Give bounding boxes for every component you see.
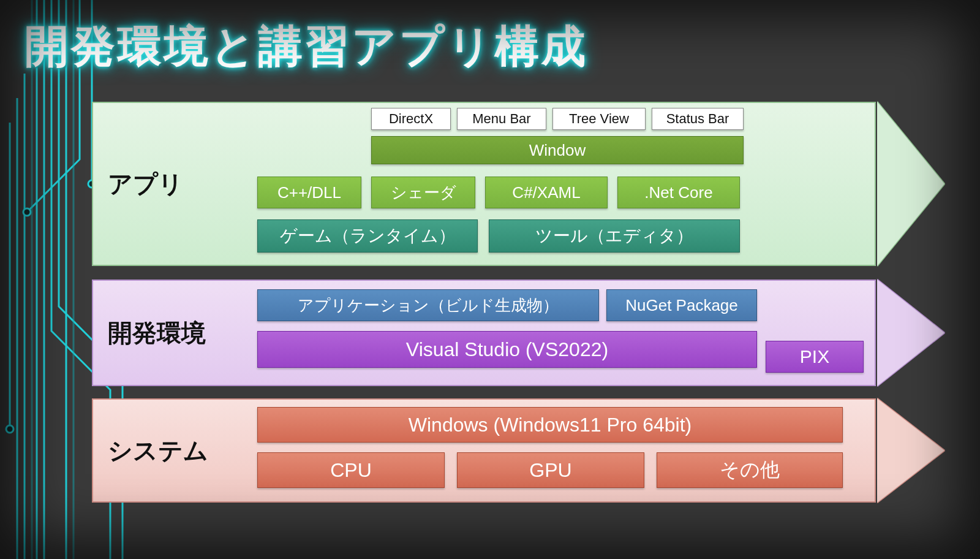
band-app-label: アプリ [108,167,183,201]
app-bottom-tool: ツール（エディタ） [489,219,740,253]
svg-point-0 [23,208,31,216]
sys-hw-other: その他 [657,452,843,488]
dev-top-appbuild: アプリケーション（ビルド生成物） [257,289,599,321]
band-app: アプリ DirectX Menu Bar Tree View Status Ba… [92,102,943,266]
band-dev: 開発環境 アプリケーション（ビルド生成物） NuGet Package Visu… [92,280,943,386]
app-mid-shader: シェーダ [371,177,475,208]
app-tab-menubar: Menu Bar [457,108,546,130]
band-sys: システム Windows (Windows11 Pro 64bit) CPU G… [92,398,943,503]
dev-vs: Visual Studio (VS2022) [257,331,757,368]
app-bottom-game: ゲーム（ランタイム） [257,219,478,253]
band-sys-label: システム [108,434,208,468]
dev-pix: PIX [766,341,864,373]
app-mid-cppdll: C++/DLL [257,177,361,208]
sys-hw-cpu: CPU [257,452,445,488]
sys-hw-gpu: GPU [457,452,644,488]
app-tab-statusbar: Status Bar [652,108,744,130]
band-dev-label: 開発環境 [108,316,206,350]
app-tab-directx: DirectX [371,108,451,130]
app-tab-treeview: Tree View [552,108,646,130]
sys-os: Windows (Windows11 Pro 64bit) [257,407,843,443]
slide-title: 開発環境と講習アプリ構成 [24,17,588,76]
app-window: Window [371,136,744,164]
dev-top-nuget: NuGet Package [606,289,757,321]
app-mid-netcore: .Net Core [617,177,740,208]
app-mid-csxaml: C#/XAML [485,177,608,208]
slide: 開発環境と講習アプリ構成 アプリ DirectX Menu Bar Tree V… [0,0,980,559]
svg-point-2 [6,425,13,433]
